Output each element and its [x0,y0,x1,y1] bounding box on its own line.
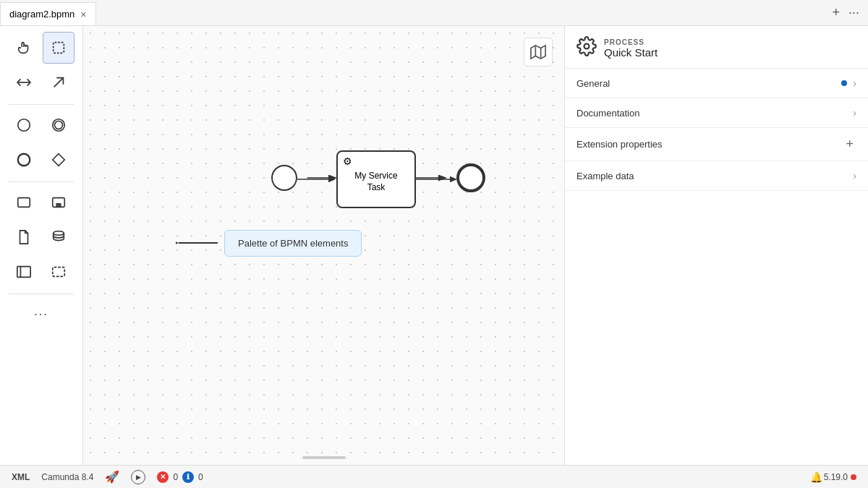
toolbar-row-2 [3,67,80,98]
end-event-node[interactable] [456,163,485,192]
tab-title: diagram2.bpmn [9,9,75,20]
service-task-label: My Service Task [354,171,397,193]
error-info-group: ✕ 0 ℹ 0 [157,471,203,483]
toolbar-row-3 [3,109,80,141]
pool-button[interactable] [8,256,40,288]
rocket-icon[interactable]: 🚀 [105,470,119,484]
end-event-button[interactable] [8,144,40,176]
svg-marker-11 [53,154,65,166]
flow-arrow-2 [416,176,459,182]
svg-rect-0 [54,43,64,53]
general-chevron-icon: › [853,77,856,89]
svg-point-29 [584,44,590,49]
task-button[interactable] [8,187,40,218]
minimap-button[interactable] [524,38,553,67]
palette-bubble-text: Palette of BPMN elements [238,238,348,249]
version-group: 🔔 5.19.0 [810,471,856,483]
panel-section-extension[interactable]: Extension properties + [565,128,868,161]
panel-section-general-label: General [576,78,841,89]
svg-line-6 [54,78,64,87]
palette-arrow-svg [176,237,219,249]
version-dot-indicator [851,474,856,480]
panel-type-label: PROCESS [604,38,658,46]
panel-section-extension-label: Extension properties [576,139,846,150]
svg-point-10 [18,154,30,166]
toolbar-sep-3 [9,294,74,294]
version-label: 5.19.0 [824,472,848,482]
group-button[interactable] [43,256,75,288]
svg-point-17 [54,231,64,236]
tab-bar: diagram2.bpmn × + ··· [0,0,868,26]
main-area: ··· [0,26,868,465]
error-badge: ✕ [157,471,169,483]
toolbar-sep-1 [9,104,74,105]
canvas-area[interactable]: ⚙ My Service Task Palette of [83,26,564,465]
arrow-tool-button[interactable] [43,67,75,98]
more-tools-button[interactable]: ··· [7,299,76,330]
svg-rect-20 [53,267,65,277]
data-object-button[interactable] [8,221,40,253]
svg-marker-26 [531,46,545,59]
service-task-node[interactable]: ⚙ My Service Task [336,150,416,208]
panel-header-text: PROCESS Quick Start [604,38,658,59]
panel-section-general[interactable]: General › [565,69,868,98]
error-count: 0 [173,472,178,482]
scroll-indicator [302,456,346,459]
start-event-node[interactable] [271,165,297,191]
panel-section-example-data-label: Example data [576,171,853,181]
service-task-gear-icon: ⚙ [343,155,352,167]
palette-bubble: Palette of BPMN elements [224,230,362,257]
toolbar-row-5 [3,187,80,218]
lasso-tool-button[interactable] [43,32,75,64]
data-store-button[interactable] [43,221,75,253]
panel-section-documentation[interactable]: Documentation › [565,98,868,128]
start-event-button[interactable] [8,109,40,141]
svg-rect-12 [18,198,30,207]
hand-tool-button[interactable] [8,32,40,64]
toolbar-row-7 [3,256,80,288]
panel-section-example-data[interactable]: Example data › [565,161,868,191]
svg-point-7 [18,119,30,132]
more-tabs-button[interactable]: ··· [848,5,859,20]
panel-name-label: Quick Start [604,46,658,59]
general-dot-indicator [841,80,847,86]
flow-arrow-1 [297,176,338,182]
svg-rect-18 [17,267,30,278]
toolbar-row-6 [3,221,80,253]
right-panel: PROCESS Quick Start General › Documentat… [564,26,868,465]
svg-point-9 [55,121,63,129]
new-tab-button[interactable]: + [832,5,840,20]
panel-header-gear-icon [576,36,597,61]
toolbar-row-4 [3,144,80,176]
subprocess-button[interactable] [43,187,75,218]
gateway-button[interactable] [43,144,75,176]
play-icon[interactable]: ▶ [131,470,145,484]
info-badge: ℹ [182,471,194,483]
panel-header: PROCESS Quick Start [565,26,868,69]
extension-plus-icon[interactable]: + [846,137,854,152]
left-toolbar: ··· [0,26,83,465]
map-icon [530,44,546,60]
toolbar-row-8: ··· [3,299,80,330]
status-bar: XML Camunda 8.4 🚀 ▶ ✕ 0 ℹ 0 🔔 5.19.0 [0,465,868,488]
intermediate-event-button[interactable] [43,109,75,141]
more-tools-icon: ··· [34,308,48,321]
engine-label: Camunda 8.4 [41,472,93,482]
xml-label[interactable]: XML [12,472,30,482]
tab-actions: + ··· [832,0,868,25]
tab-close-button[interactable]: × [80,9,86,20]
panel-section-documentation-label: Documentation [576,108,853,119]
alert-icon: 🔔 [810,471,822,483]
active-tab[interactable]: diagram2.bpmn × [0,2,96,25]
toolbar-row-1 [3,32,80,64]
toolbar-sep-2 [9,181,74,182]
info-count: 0 [198,472,203,482]
space-tool-button[interactable] [8,67,40,98]
example-data-chevron-icon: › [853,170,856,181]
documentation-chevron-icon: › [853,107,856,119]
